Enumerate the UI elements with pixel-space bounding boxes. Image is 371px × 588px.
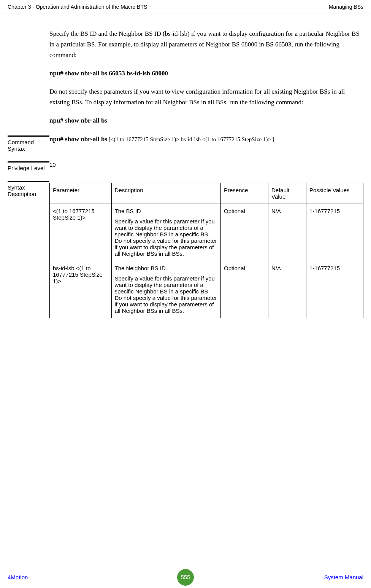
intro-paragraph-2: Do not specify these parameters if you w… — [49, 86, 363, 108]
th-possible: Possible Values — [306, 183, 363, 204]
cell-presence: Optional — [221, 261, 268, 318]
header-left: Chapter 3 - Operation and Administration… — [8, 4, 147, 10]
cell-description: The Neighbor BS ID. Specify a value for … — [111, 261, 221, 318]
intro-paragraph-1: Specify the BS ID and the Neighbor BS ID… — [49, 29, 363, 61]
syntax-description-section: Syntax Description Parameter Description… — [0, 181, 371, 318]
cell-default: N/A — [268, 204, 306, 261]
page-number-badge: 555 — [177, 569, 194, 586]
command-syntax-label: Command Syntax — [8, 135, 49, 152]
footer-right: System Manual — [324, 574, 363, 580]
command-syntax-rest: [<(1 to 16777215 StepSize 1)> bs-id-lsb … — [107, 136, 274, 142]
desc-line-2: Specify a value for this parameter if yo… — [115, 218, 218, 257]
syntax-description-label: Syntax Description — [8, 181, 49, 318]
body-content: Specify the BS ID and the Neighbor BS ID… — [0, 29, 371, 126]
cell-presence: Optional — [221, 204, 268, 261]
footer-left: 4Motion — [8, 574, 28, 580]
cell-possible: 1-16777215 — [306, 204, 363, 261]
cell-parameter: bs-id-lsb <(1 to 16777215 StepSize 1)> — [50, 261, 112, 318]
table-header-row: Parameter Description Presence Default V… — [50, 183, 363, 204]
table-row: bs-id-lsb <(1 to 16777215 StepSize 1)> T… — [50, 261, 363, 318]
command-syntax-section: Command Syntax npu# show nbr-all bs [<(1… — [0, 135, 371, 152]
command-example-2: npu# show nbr-all bs — [49, 115, 363, 126]
command-example-1: npu# show nbr-all bs 66053 bs-id-lsb 680… — [49, 68, 363, 79]
page-header: Chapter 3 - Operation and Administration… — [0, 0, 371, 13]
desc-line-2: Specify a value for this parameter if yo… — [115, 275, 218, 314]
cell-possible: 1-16777215 — [306, 261, 363, 318]
cell-description: The BS ID Specify a value for this param… — [111, 204, 221, 261]
header-right: Managing BSs — [329, 4, 363, 10]
table-row: <(1 to 16777215 StepSize 1)> The BS ID S… — [50, 204, 363, 261]
th-default: Default Value — [268, 183, 306, 204]
privilege-label: Privilege Level — [8, 161, 49, 171]
command-syntax-value: npu# show nbr-all bs [<(1 to 16777215 St… — [49, 135, 363, 152]
syntax-description-content: Parameter Description Presence Default V… — [49, 181, 363, 318]
cell-default: N/A — [268, 261, 306, 318]
cell-parameter: <(1 to 16777215 StepSize 1)> — [50, 204, 112, 261]
th-parameter: Parameter — [50, 183, 112, 204]
page-footer: 4Motion 555 System Manual — [0, 570, 371, 588]
th-description: Description — [111, 183, 221, 204]
desc-line-1: The Neighbor BS ID. — [115, 265, 218, 271]
command-syntax-bold: npu# show nbr-all bs — [49, 135, 107, 143]
desc-line-1: The BS ID — [115, 208, 218, 214]
parameter-table: Parameter Description Presence Default V… — [49, 183, 363, 318]
th-presence: Presence — [221, 183, 268, 204]
privilege-value: 10 — [49, 161, 363, 171]
privilege-section: Privilege Level 10 — [0, 161, 371, 171]
